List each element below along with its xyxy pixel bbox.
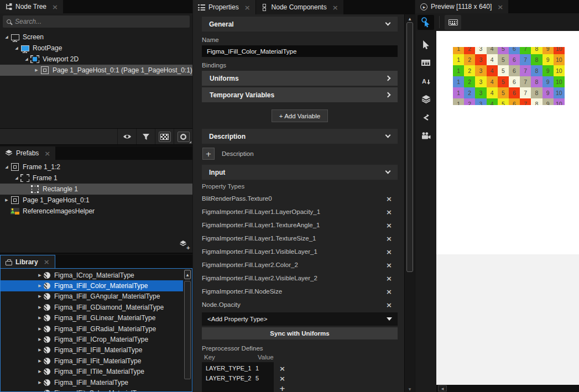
tree-item[interactable]: ▶ Page 1_PageHost_0:1 xyxy=(0,195,192,206)
expander-arrow[interactable]: ▶ xyxy=(36,348,44,352)
name-field[interactable] xyxy=(202,45,398,57)
add-prefab-layers-icon[interactable]: + xyxy=(179,240,188,249)
library-item[interactable]: ▶ Figma_IFill_IFit_MaterialType xyxy=(1,356,183,366)
close-icon[interactable]: × xyxy=(52,3,58,11)
expander-arrow[interactable]: ▶ xyxy=(36,369,44,374)
filter-funnel-icon[interactable] xyxy=(136,129,155,144)
tree-item[interactable]: Rectangle 1 xyxy=(0,184,192,195)
library-item[interactable]: ▶ Figma_IFill_GDiamond_MaterialType xyxy=(1,302,183,312)
add-property-type-dropdown[interactable]: <Add Property Type> xyxy=(202,312,398,326)
tree-item[interactable]: ▶ Page 1_PageHost_0:1 (Page 1_PageHost_0… xyxy=(0,65,192,76)
input-section-header[interactable]: Input xyxy=(202,165,398,180)
close-icon[interactable]: × xyxy=(44,150,50,157)
library-item[interactable]: ▶ Figma_IFit_Color_MaterialType xyxy=(1,388,183,392)
cursor-click-icon[interactable] xyxy=(418,15,434,30)
defines-table[interactable]: LAYER_TYPE_1 1 LAYER_TYPE_2 5 xyxy=(202,362,274,392)
connections-tool-icon[interactable] xyxy=(415,108,436,127)
visibility-eye-icon[interactable] xyxy=(117,129,136,144)
expander-arrow[interactable]: ◢ xyxy=(13,46,20,50)
expander-arrow[interactable]: ▶ xyxy=(36,380,44,385)
close-icon[interactable]: × xyxy=(332,4,338,11)
scroll-up-icon[interactable]: ▲ xyxy=(405,14,415,22)
library-item[interactable]: ▶ Figma_IFill_ICrop_MaterialType xyxy=(1,334,183,344)
scroll-down-icon[interactable]: ▼ xyxy=(405,387,415,391)
expander-arrow[interactable]: ▶ xyxy=(36,316,44,320)
library-item[interactable]: ▶ Figma_IFill_GLinear_MaterialType xyxy=(1,313,183,323)
remove-property-icon[interactable]: × xyxy=(386,301,392,309)
expander-arrow[interactable]: ◢ xyxy=(3,165,10,169)
tab-library[interactable]: Library × xyxy=(0,255,55,268)
add-define-button[interactable]: + xyxy=(279,383,285,392)
tree-item[interactable]: ◢ Frame 1_1:2 xyxy=(0,161,192,173)
tree-item[interactable]: ReferenceImagesHelper xyxy=(0,206,192,217)
expander-arrow[interactable]: ▶ xyxy=(36,273,44,278)
close-icon[interactable]: × xyxy=(497,3,503,11)
remove-property-icon[interactable]: × xyxy=(386,275,392,282)
library-item[interactable]: ▶ Figma_IFill_MaterialType xyxy=(1,377,183,388)
library-item[interactable]: ▶ Figma_IFill_GAngular_MaterialType xyxy=(1,291,183,302)
temporary-variables-row[interactable]: Temporary Variables xyxy=(202,87,398,102)
checkerboard-icon[interactable] xyxy=(155,129,174,144)
tree-item[interactable]: ◢ Screen xyxy=(0,32,192,43)
add-description-button[interactable]: + xyxy=(202,148,215,160)
define-row[interactable]: LAYER_TYPE_1 1 xyxy=(202,363,274,373)
general-section-header[interactable]: General xyxy=(202,17,398,32)
scrollbar-thumb[interactable] xyxy=(184,281,191,379)
scroll-up-icon[interactable]: ▲ xyxy=(184,270,191,279)
sync-with-uniforms-button[interactable]: Sync with Uniforms xyxy=(202,327,398,339)
expander-arrow[interactable]: ▶ xyxy=(36,337,44,342)
layers-tool-icon[interactable] xyxy=(415,90,436,108)
define-key[interactable]: LAYER_TYPE_2 xyxy=(206,375,255,381)
library-item[interactable]: ▶ Figma_IFill_GRadial_MaterialType xyxy=(1,323,183,334)
tab-properties[interactable]: Properties × xyxy=(193,0,255,14)
define-row[interactable]: LAYER_TYPE_2 5 xyxy=(202,373,274,383)
tree-item[interactable]: ◢ Frame 1 xyxy=(0,173,192,184)
define-value[interactable]: 1 xyxy=(255,365,259,372)
remove-define-icon[interactable]: × xyxy=(279,373,285,383)
tree-item[interactable]: ◢ RootPage xyxy=(0,43,192,54)
remove-property-icon[interactable]: × xyxy=(386,288,392,295)
expander-arrow[interactable]: ▶ xyxy=(36,294,44,299)
properties-scrollbar[interactable]: ▲ ▼ xyxy=(404,14,415,392)
define-value[interactable]: 5 xyxy=(255,375,259,381)
description-section-header[interactable]: Description xyxy=(202,129,398,144)
expander-arrow[interactable]: ◢ xyxy=(3,35,10,39)
uniforms-row[interactable]: Uniforms xyxy=(202,71,398,86)
add-variable-button[interactable]: + Add Variable xyxy=(272,109,328,122)
expander-arrow[interactable]: ▶ xyxy=(3,198,10,202)
keyboard-icon[interactable] xyxy=(445,15,461,30)
expander-arrow[interactable]: ◢ xyxy=(23,57,30,61)
library-item[interactable]: ▶ Figma_ICrop_MaterialType xyxy=(1,270,183,280)
tab-prefabs[interactable]: Prefabs × xyxy=(0,147,55,160)
tab-node-components[interactable]: Node Components × xyxy=(256,0,343,14)
tree-item[interactable]: ◢ Viewport 2D xyxy=(0,54,192,65)
pointer-tool-icon[interactable] xyxy=(415,35,436,54)
search-input[interactable]: Search... xyxy=(3,15,190,28)
tab-preview[interactable]: ▶ Preview [1118 x 640] × xyxy=(415,0,508,13)
remove-property-icon[interactable]: × xyxy=(386,248,392,255)
define-key[interactable]: LAYER_TYPE_1 xyxy=(206,365,255,372)
remove-property-icon[interactable]: × xyxy=(386,208,392,216)
isolate-circle-icon[interactable] xyxy=(174,129,192,144)
remove-property-icon[interactable]: × xyxy=(386,222,392,229)
remove-property-icon[interactable]: × xyxy=(386,262,392,269)
library-scrollbar[interactable]: ▲ xyxy=(184,270,191,390)
library-item[interactable]: ▶ Figma_IFill_ITile_MaterialType xyxy=(1,367,183,377)
scrollbar-thumb[interactable] xyxy=(406,22,413,272)
remove-property-icon[interactable]: × xyxy=(386,235,392,242)
expander-arrow[interactable]: ▶ xyxy=(33,68,40,72)
expander-arrow[interactable]: ▶ xyxy=(36,284,44,288)
preview-horizontal-scrollbar[interactable]: ◀ xyxy=(436,385,579,392)
expander-arrow[interactable]: ▶ xyxy=(36,359,44,363)
library-item[interactable]: ▶ Figma_IFill_IFill_MaterialType xyxy=(1,345,183,356)
library-item[interactable]: ▶ Figma_IFill_Color_MaterialType xyxy=(1,280,183,291)
expander-arrow[interactable]: ◢ xyxy=(13,176,20,180)
close-icon[interactable]: × xyxy=(244,4,251,11)
expander-arrow[interactable]: ▶ xyxy=(36,327,44,331)
remove-property-icon[interactable]: × xyxy=(386,195,392,202)
grid-tool-icon[interactable] xyxy=(415,54,436,72)
scroll-left-icon[interactable]: ◀ xyxy=(438,385,447,391)
tab-node-tree[interactable]: Node Tree × xyxy=(0,0,63,13)
text-tool-icon[interactable]: A xyxy=(415,72,436,90)
remove-define-icon[interactable]: × xyxy=(279,363,285,373)
